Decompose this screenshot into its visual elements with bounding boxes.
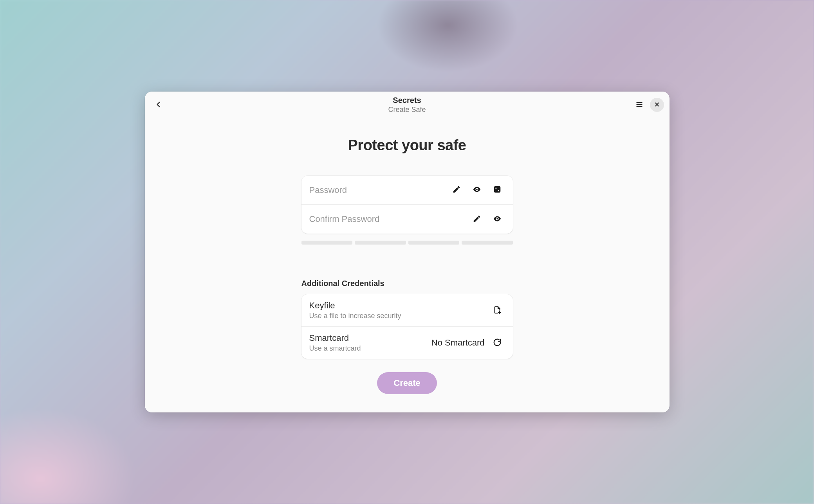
confirm-password-input[interactable] [309, 214, 464, 224]
smartcard-value: No Smartcard [431, 338, 485, 348]
keyfile-add-button[interactable] [489, 302, 505, 318]
pencil-icon [452, 185, 461, 195]
smartcard-subtitle: Use a smartcard [309, 344, 427, 353]
password-reveal-button[interactable] [469, 182, 485, 198]
svg-rect-5 [494, 186, 500, 193]
app-window: Secrets Create Safe Protect your safe [145, 92, 670, 412]
confirm-edit-button[interactable] [469, 211, 485, 227]
keyfile-subtitle: Use a file to increase security [309, 312, 485, 320]
back-button[interactable] [150, 97, 167, 113]
smartcard-row[interactable]: Smartcard Use a smartcard No Smartcard [301, 327, 513, 359]
password-group [301, 176, 513, 234]
confirm-reveal-button[interactable] [489, 211, 505, 227]
strength-segment [301, 241, 353, 245]
keyfile-title: Keyfile [309, 301, 485, 311]
smartcard-title: Smartcard [309, 333, 427, 343]
strength-segment [462, 241, 513, 245]
eye-icon [473, 185, 481, 195]
content-area: Protect your safe [145, 118, 670, 412]
hamburger-icon [635, 101, 643, 110]
svg-point-7 [498, 190, 499, 191]
additional-credentials-group: Keyfile Use a file to increase security … [301, 294, 513, 359]
strength-segment [408, 241, 460, 245]
chevron-left-icon [155, 101, 162, 110]
password-input[interactable] [309, 185, 444, 195]
file-add-icon [493, 306, 502, 315]
additional-credentials-label: Additional Credentials [301, 279, 513, 288]
close-button[interactable] [650, 98, 664, 112]
confirm-password-row [301, 205, 513, 234]
create-button[interactable]: Create [377, 372, 437, 394]
close-icon [654, 101, 660, 109]
refresh-icon [493, 338, 502, 348]
strength-segment [355, 241, 406, 245]
menu-button[interactable] [631, 97, 648, 113]
headerbar: Secrets Create Safe [145, 92, 670, 118]
eye-icon [493, 214, 502, 224]
keyfile-row[interactable]: Keyfile Use a file to increase security [301, 294, 513, 327]
smartcard-refresh-button[interactable] [489, 335, 505, 351]
header-title-block: Secrets Create Safe [388, 95, 426, 114]
window-title: Secrets [388, 95, 426, 105]
password-strength-meter [301, 241, 513, 245]
page-title: Protect your safe [348, 137, 466, 154]
pencil-icon [473, 214, 481, 224]
password-generate-button[interactable] [489, 182, 505, 198]
svg-point-6 [495, 187, 496, 189]
password-row [301, 176, 513, 205]
dice-icon [493, 185, 502, 195]
window-subtitle: Create Safe [388, 105, 426, 114]
password-edit-button[interactable] [449, 182, 464, 198]
